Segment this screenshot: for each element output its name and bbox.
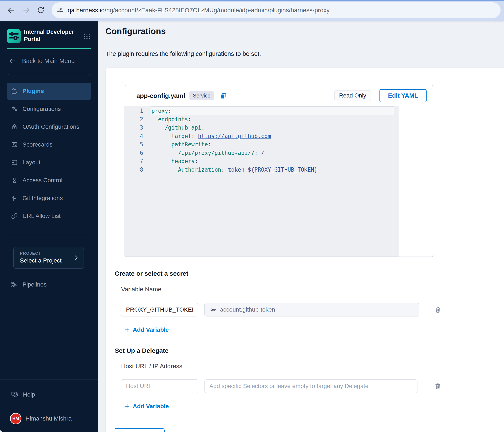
sidebar-item-scorecards[interactable]: Scorecards xyxy=(7,136,91,153)
browser-chrome: qa.harness.io/ng/account/zEaak-FLS425IEO… xyxy=(0,0,504,21)
sidebar-item-label: Plugins xyxy=(22,88,44,94)
page-title: Configurations xyxy=(105,27,166,36)
nav-section-divider xyxy=(7,74,91,80)
sidebar-item-oauth-configurations[interactable]: OAuth Configurations xyxy=(7,118,91,135)
line-number: 3 xyxy=(124,124,143,132)
line-number: 1 xyxy=(124,107,143,115)
line-number: 2 xyxy=(124,115,143,124)
sidebar-item-pipelines[interactable]: Pipelines xyxy=(7,276,91,293)
pipelines-label: Pipelines xyxy=(22,281,47,288)
back-arrow-icon xyxy=(9,57,17,65)
add-variable-label: Add Variable xyxy=(133,403,169,410)
line-number: 6 xyxy=(124,149,143,157)
brand-title-line2: Portal xyxy=(24,36,81,43)
code-lines: proxy: endpoints: /github-api: target: h… xyxy=(152,107,399,174)
url-host: qa.harness.io xyxy=(68,7,105,14)
host-url-label: Host URL / IP Address xyxy=(121,363,182,370)
sidebar-item-plugins[interactable]: Plugins xyxy=(7,83,91,100)
code-line: Authorization: token ${PROXY_GITHUB_TOKE… xyxy=(152,166,399,174)
gutter-separator xyxy=(149,106,149,257)
add-variable-button-delegate[interactable]: Add Variable xyxy=(124,403,169,410)
edit-yaml-button[interactable]: Edit YAML xyxy=(379,89,427,102)
sidebar-item-label: Git Integrations xyxy=(22,195,63,202)
address-bar[interactable]: qa.harness.io/ng/account/zEaak-FLS425IEO… xyxy=(52,2,501,18)
line-number: 7 xyxy=(124,157,143,166)
sidebar-item-label: OAuth Configurations xyxy=(22,123,79,130)
back-to-main-menu-label: Back to Main Menu xyxy=(22,57,75,65)
brand-accent-rule xyxy=(7,48,91,49)
read-only-badge: Read Only xyxy=(334,90,371,101)
person-icon xyxy=(11,177,18,184)
url-path: /ng/account/zEaak-FLS425IEO7OLzMUg/modul… xyxy=(105,7,330,14)
app-window: qa.harness.io/ng/account/zEaak-FLS425IEO… xyxy=(0,0,504,432)
window-top-edge xyxy=(0,0,504,1)
project-selector[interactable]: PROJECT Select a Project xyxy=(13,247,84,269)
plus-icon xyxy=(124,403,130,410)
delete-delegate-row-icon[interactable] xyxy=(434,382,442,390)
add-variable-button-secret[interactable]: Add Variable xyxy=(124,327,169,333)
secret-section-heading: Create or select a secret xyxy=(115,270,188,277)
main-content: Configurations The plugin requires the f… xyxy=(98,21,504,432)
browser-back-icon[interactable] xyxy=(7,6,15,14)
delegate-section-heading: Set Up a Delegate xyxy=(115,347,168,354)
browser-forward-icon[interactable] xyxy=(22,6,31,14)
sidebar-item-configurations[interactable]: Configurations xyxy=(7,101,91,117)
sidebar-nav: PluginsConfigurationsOAuth Configuration… xyxy=(7,83,91,225)
sidebar-item-label: Configurations xyxy=(22,105,61,112)
pipeline-icon xyxy=(11,281,18,288)
sidebar-item-layout[interactable]: Layout xyxy=(7,154,91,171)
code-line: headers: xyxy=(152,157,399,166)
code-line: pathRewrite: xyxy=(152,141,399,149)
delete-variable-icon[interactable] xyxy=(434,306,442,313)
git-branch-icon xyxy=(11,194,18,202)
sidebar-divider xyxy=(7,235,91,235)
project-selector-label: Select a Project xyxy=(20,257,62,264)
lock-icon xyxy=(11,123,18,131)
link-icon xyxy=(11,212,18,220)
avatar: HM xyxy=(11,413,21,424)
variable-name-input[interactable] xyxy=(121,303,198,317)
url-text: qa.harness.io/ng/account/zEaak-FLS425IEO… xyxy=(68,7,330,14)
line-number: 4 xyxy=(124,132,143,141)
yaml-editor[interactable]: 12345678 proxy: endpoints: /github-api: … xyxy=(124,106,399,257)
line-number: 8 xyxy=(124,166,143,174)
site-settings-icon[interactable] xyxy=(56,6,64,14)
line-number: 5 xyxy=(124,141,143,149)
sidebar: Internal Developer Portal Back to Main M… xyxy=(0,21,98,432)
service-badge: Service xyxy=(189,91,214,100)
module-grid-icon[interactable] xyxy=(83,32,91,40)
user-menu[interactable]: HM Himanshu Mishra xyxy=(7,410,96,427)
code-line: endpoints: xyxy=(152,115,399,124)
puzzle-icon xyxy=(11,87,18,95)
code-line: /github-api: xyxy=(152,124,399,132)
yaml-filename: app-config.yaml xyxy=(136,92,185,99)
gears-icon xyxy=(11,105,18,113)
copy-icon[interactable] xyxy=(219,92,228,100)
sidebar-item-label: Layout xyxy=(22,159,40,166)
project-eyebrow: PROJECT xyxy=(20,251,41,256)
content-panel: app-config.yaml Service Read Only Edit Y… xyxy=(105,67,504,432)
secret-reference-field[interactable]: account.github-token xyxy=(205,303,419,317)
idp-logo-icon[interactable] xyxy=(7,29,21,43)
plus-icon xyxy=(124,327,130,333)
page-subtitle: The plugin requires the following config… xyxy=(105,50,261,57)
code-line: proxy: xyxy=(152,107,399,115)
browser-reload-icon[interactable] xyxy=(36,6,45,14)
sidebar-item-access-control[interactable]: Access Control xyxy=(7,172,91,189)
chevron-right-icon xyxy=(72,254,80,262)
sidebar-item-label: URL Allow List xyxy=(22,213,61,219)
sidebar-item-label: Access Control xyxy=(22,177,62,184)
sidebar-item-url-allow-list[interactable]: URL Allow List xyxy=(7,207,91,225)
host-url-input[interactable] xyxy=(121,379,198,393)
brand-title-line1: Internal Developer xyxy=(24,28,81,36)
brand-title: Internal Developer Portal xyxy=(24,28,81,43)
sidebar-item-label: Scorecards xyxy=(22,141,53,148)
delegate-selectors-input[interactable] xyxy=(205,379,417,393)
sidebar-item-git-integrations[interactable]: Git Integrations xyxy=(7,190,91,207)
help-chat-icon xyxy=(11,391,19,399)
variable-name-label: Variable Name xyxy=(121,286,162,293)
bottom-cutoff-button[interactable] xyxy=(114,428,165,432)
back-to-main-menu[interactable]: Back to Main Menu xyxy=(9,56,75,66)
user-name: Himanshu Mishra xyxy=(26,415,72,422)
help-button[interactable]: Help xyxy=(7,386,91,403)
